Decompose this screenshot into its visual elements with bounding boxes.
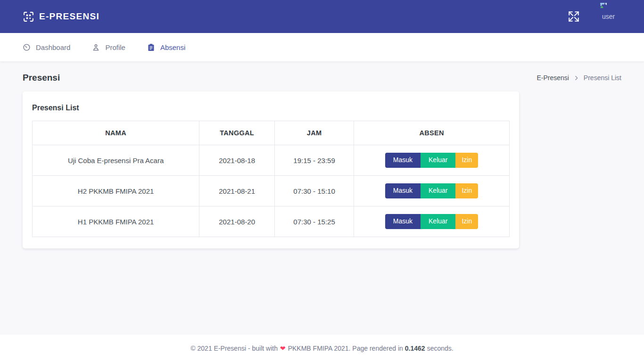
absen-button-group: MasukKeluarIzin [385, 183, 479, 198]
page-title-row: Presensi E-Presensi Presensi List [23, 61, 621, 91]
clipboard-icon [147, 43, 155, 51]
masuk-button[interactable]: Masuk [385, 183, 421, 198]
column-header: JAM [275, 121, 354, 145]
tab-bar: Dashboard Profile Absensi [0, 33, 644, 61]
absen-button-group: MasukKeluarIzin [385, 153, 479, 167]
gauge-icon [23, 43, 31, 51]
keluar-button[interactable]: Keluar [421, 214, 455, 229]
footer-text: © 2021 E-Presensi - built with [190, 345, 278, 352]
tab-dashboard[interactable]: Dashboard [23, 43, 70, 51]
breadcrumb: E-Presensi Presensi List [537, 74, 621, 82]
cell-nama: Uji Coba E-presensi Pra Acara [33, 145, 199, 176]
top-navbar: E-PRESENSI user [0, 0, 644, 33]
column-header: ABSEN [354, 121, 510, 145]
breadcrumb-link-home[interactable]: E-Presensi [537, 74, 569, 82]
tab-label: Dashboard [36, 43, 70, 51]
page-footer: © 2021 E-Presensi - built with ❤ PKKMB F… [0, 335, 644, 362]
presensi-table: NAMATANGGALJAMABSEN Uji Coba E-presensi … [32, 121, 510, 237]
cell-absen: MasukKeluarIzin [354, 145, 510, 176]
cell-tanggal: 2021-08-20 [199, 206, 275, 237]
footer-text: seconds. [427, 345, 454, 352]
brand-logo[interactable]: E-PRESENSI [23, 11, 99, 23]
absen-button-group: MasukKeluarIzin [385, 214, 479, 229]
table-row: H1 PKKMB FMIPA 20212021-08-2007:30 - 15:… [33, 206, 510, 237]
fullscreen-button[interactable] [568, 10, 580, 23]
user-avatar-alt-text: user [600, 13, 615, 20]
navbar-right: user [568, 0, 621, 33]
user-icon [92, 43, 100, 51]
fullscreen-expand-icon [568, 10, 580, 23]
table-header-row: NAMATANGGALJAMABSEN [33, 121, 510, 145]
tab-label: Absensi [160, 43, 185, 51]
footer-text: PKKMB FMIPA 2021. Page rendered in [288, 345, 403, 352]
table-row: H2 PKKMB FMIPA 20212021-08-2107:30 - 15:… [33, 176, 510, 206]
masuk-button[interactable]: Masuk [385, 214, 421, 229]
brand-text: E-PRESENSI [39, 11, 99, 22]
tab-profile[interactable]: Profile [92, 43, 125, 51]
cell-tanggal: 2021-08-18 [199, 145, 275, 176]
table-row: Uji Coba E-presensi Pra Acara2021-08-181… [33, 145, 510, 176]
qr-scan-icon [23, 11, 34, 23]
cell-jam: 07:30 - 15:10 [275, 176, 354, 206]
tab-absensi[interactable]: Absensi [147, 43, 185, 51]
table-body: Uji Coba E-presensi Pra Acara2021-08-181… [33, 145, 510, 237]
chevron-right-icon [573, 75, 579, 81]
presensi-card: Presensi List NAMATANGGALJAMABSEN Uji Co… [23, 91, 519, 248]
keluar-button[interactable]: Keluar [421, 183, 455, 198]
cell-jam: 19:15 - 23:59 [275, 145, 354, 176]
keluar-button[interactable]: Keluar [421, 153, 455, 167]
render-time: 0.1462 [405, 345, 425, 352]
cell-absen: MasukKeluarIzin [354, 176, 510, 206]
cell-tanggal: 2021-08-21 [199, 176, 275, 206]
tab-label: Profile [105, 43, 125, 51]
column-header: TANGGAL [199, 121, 275, 145]
izin-button[interactable]: Izin [455, 153, 478, 167]
masuk-button[interactable]: Masuk [385, 153, 421, 167]
page-title: Presensi [23, 73, 60, 83]
izin-button[interactable]: Izin [455, 214, 478, 229]
column-header: NAMA [33, 121, 199, 145]
cell-jam: 07:30 - 15:25 [275, 206, 354, 237]
heart-icon: ❤ [280, 345, 286, 352]
cell-nama: H1 PKKMB FMIPA 2021 [33, 206, 199, 237]
user-avatar[interactable]: user [600, 0, 621, 20]
cell-absen: MasukKeluarIzin [354, 206, 510, 237]
broken-image-icon [600, 2, 607, 10]
cell-nama: H2 PKKMB FMIPA 2021 [33, 176, 199, 206]
card-title: Presensi List [32, 104, 510, 112]
main-content: Presensi E-Presensi Presensi List Presen… [0, 61, 644, 335]
breadcrumb-current: Presensi List [584, 74, 621, 82]
izin-button[interactable]: Izin [455, 183, 478, 198]
